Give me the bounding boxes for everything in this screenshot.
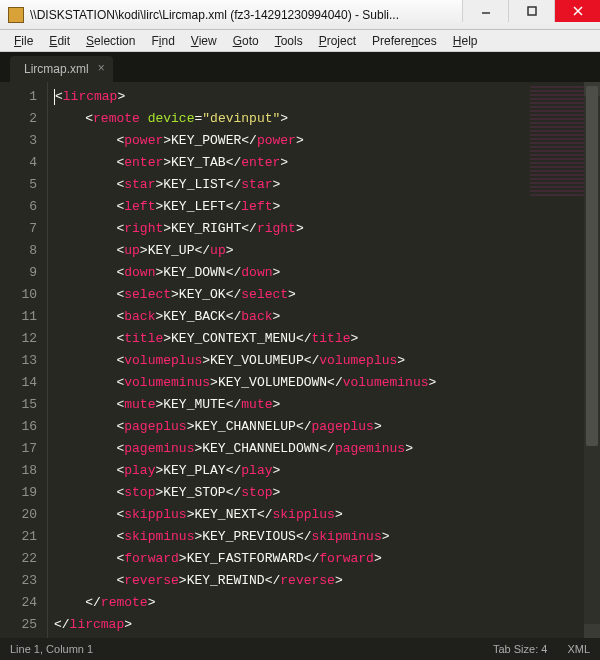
line-number: 21	[0, 526, 37, 548]
line-number: 25	[0, 614, 37, 636]
menu-item-selection[interactable]: Selection	[78, 32, 143, 50]
tab-file[interactable]: Lircmap.xml ×	[10, 56, 113, 82]
line-number: 1	[0, 86, 37, 108]
line-number: 16	[0, 416, 37, 438]
line-number: 7	[0, 218, 37, 240]
code-line[interactable]: <forward>KEY_FASTFORWARD</forward>	[54, 548, 584, 570]
line-number-gutter: 1234567891011121314151617181920212223242…	[0, 82, 48, 638]
titlebar: \\DISKSTATION\kodi\lirc\Lircmap.xml (fz3…	[0, 0, 600, 30]
svg-rect-0	[528, 7, 536, 15]
line-number: 4	[0, 152, 37, 174]
menu-item-tools[interactable]: Tools	[267, 32, 311, 50]
line-number: 24	[0, 592, 37, 614]
code-line[interactable]: <title>KEY_CONTEXT_MENU</title>	[54, 328, 584, 350]
line-number: 9	[0, 262, 37, 284]
line-number: 3	[0, 130, 37, 152]
code-line[interactable]: <remote device="devinput">	[54, 108, 584, 130]
code-area[interactable]: <lircmap> <remote device="devinput"> <po…	[48, 82, 584, 638]
code-line[interactable]: <enter>KEY_TAB</enter>	[54, 152, 584, 174]
editor[interactable]: 1234567891011121314151617181920212223242…	[0, 82, 600, 638]
menu-item-project[interactable]: Project	[311, 32, 364, 50]
statusbar: Line 1, Column 1 Tab Size: 4 XML	[0, 638, 600, 660]
window-title: \\DISKSTATION\kodi\lirc\Lircmap.xml (fz3…	[30, 8, 462, 22]
line-number: 2	[0, 108, 37, 130]
syntax-indicator[interactable]: XML	[567, 643, 590, 655]
line-number: 20	[0, 504, 37, 526]
code-line[interactable]: <up>KEY_UP</up>	[54, 240, 584, 262]
line-number: 17	[0, 438, 37, 460]
code-line[interactable]: <star>KEY_LIST</star>	[54, 174, 584, 196]
menu-item-view[interactable]: View	[183, 32, 225, 50]
code-line[interactable]: <lircmap>	[54, 86, 584, 108]
code-line[interactable]: <play>KEY_PLAY</play>	[54, 460, 584, 482]
code-line[interactable]: <right>KEY_RIGHT</right>	[54, 218, 584, 240]
cursor-position[interactable]: Line 1, Column 1	[10, 643, 93, 655]
line-number: 22	[0, 548, 37, 570]
code-line[interactable]: <mute>KEY_MUTE</mute>	[54, 394, 584, 416]
line-number: 13	[0, 350, 37, 372]
line-number: 12	[0, 328, 37, 350]
window-controls	[462, 0, 600, 29]
code-line[interactable]: <skipplus>KEY_NEXT</skipplus>	[54, 504, 584, 526]
line-number: 11	[0, 306, 37, 328]
line-number: 18	[0, 460, 37, 482]
code-line[interactable]: <pageminus>KEY_CHANNELDOWN</pageminus>	[54, 438, 584, 460]
code-line[interactable]: <power>KEY_POWER</power>	[54, 130, 584, 152]
code-line[interactable]: <skipminus>KEY_PREVIOUS</skipminus>	[54, 526, 584, 548]
tab-strip: Lircmap.xml ×	[0, 52, 600, 82]
code-line[interactable]: <volumeplus>KEY_VOLUMEUP</volumeplus>	[54, 350, 584, 372]
menubar: FileEditSelectionFindViewGotoToolsProjec…	[0, 30, 600, 52]
tab-size-indicator[interactable]: Tab Size: 4	[493, 643, 547, 655]
app-icon	[8, 7, 24, 23]
scroll-down-arrow-icon[interactable]	[584, 624, 600, 638]
code-line[interactable]: </remote>	[54, 592, 584, 614]
close-icon[interactable]: ×	[98, 62, 105, 74]
code-line[interactable]: <pageplus>KEY_CHANNELUP</pageplus>	[54, 416, 584, 438]
line-number: 10	[0, 284, 37, 306]
vertical-scrollbar[interactable]	[584, 82, 600, 638]
minimize-button[interactable]	[462, 0, 508, 22]
tab-label: Lircmap.xml	[24, 62, 89, 76]
code-line[interactable]: </lircmap>	[54, 614, 584, 636]
code-line[interactable]: <back>KEY_BACK</back>	[54, 306, 584, 328]
code-line[interactable]: <down>KEY_DOWN</down>	[54, 262, 584, 284]
line-number: 5	[0, 174, 37, 196]
line-number: 23	[0, 570, 37, 592]
menu-item-find[interactable]: Find	[143, 32, 182, 50]
menu-item-preferences[interactable]: Preferences	[364, 32, 445, 50]
code-line[interactable]: <reverse>KEY_REWIND</reverse>	[54, 570, 584, 592]
code-line[interactable]: <left>KEY_LEFT</left>	[54, 196, 584, 218]
line-number: 19	[0, 482, 37, 504]
scroll-thumb[interactable]	[586, 86, 598, 446]
menu-item-help[interactable]: Help	[445, 32, 486, 50]
menu-item-edit[interactable]: Edit	[41, 32, 78, 50]
line-number: 6	[0, 196, 37, 218]
code-line[interactable]: <volumeminus>KEY_VOLUMEDOWN</volumeminus…	[54, 372, 584, 394]
menu-item-file[interactable]: File	[6, 32, 41, 50]
close-button[interactable]	[554, 0, 600, 22]
maximize-button[interactable]	[508, 0, 554, 22]
code-line[interactable]: <select>KEY_OK</select>	[54, 284, 584, 306]
line-number: 8	[0, 240, 37, 262]
menu-item-goto[interactable]: Goto	[225, 32, 267, 50]
code-line[interactable]: <stop>KEY_STOP</stop>	[54, 482, 584, 504]
line-number: 15	[0, 394, 37, 416]
line-number: 14	[0, 372, 37, 394]
